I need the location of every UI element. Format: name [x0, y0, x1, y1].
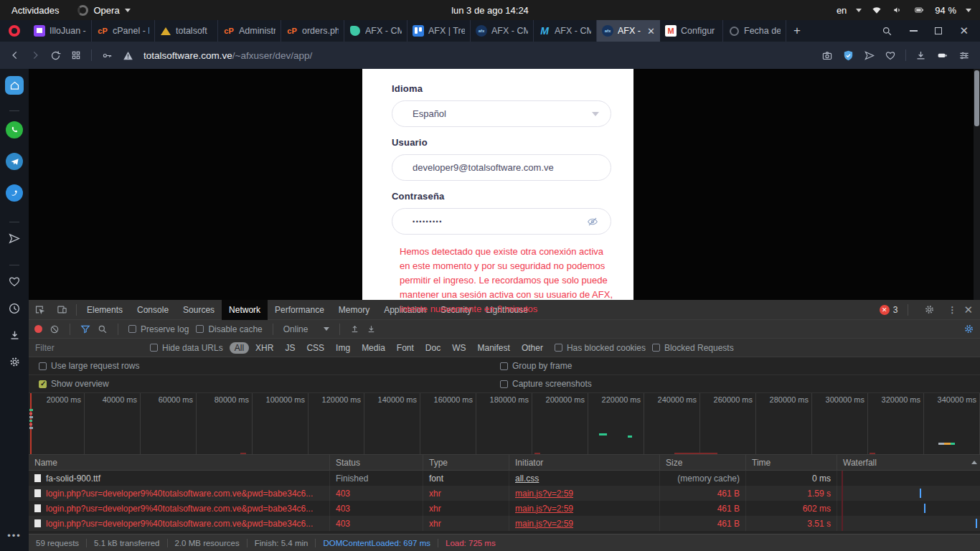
tab-afx-cm-3[interactable]: M AFX - CM [534, 20, 597, 42]
opera-logo[interactable] [0, 20, 29, 42]
inspect-element-icon[interactable] [29, 304, 51, 315]
downloads-icon[interactable] [915, 50, 926, 61]
filter-type-ws[interactable]: WS [447, 342, 471, 354]
user-input[interactable] [413, 162, 599, 173]
column-type[interactable]: Type [423, 455, 509, 470]
filter-type-doc[interactable]: Doc [420, 342, 446, 354]
adblock-shield-icon[interactable] [842, 50, 854, 62]
activities-button[interactable]: Actividades [11, 5, 59, 16]
battery-icon[interactable] [913, 5, 925, 15]
speed-dial-home-button[interactable] [5, 76, 24, 95]
column-time[interactable]: Time [746, 455, 837, 470]
devtools-menu-icon[interactable]: ⋮ [948, 305, 956, 315]
column-name[interactable]: Name [29, 455, 330, 470]
preserve-log-checkbox[interactable]: Preserve log [128, 324, 189, 334]
tab-sources[interactable]: Sources [176, 300, 222, 320]
bookmark-heart-icon[interactable] [885, 50, 896, 61]
column-status[interactable]: Status [330, 455, 423, 470]
security-warning-icon[interactable] [123, 50, 133, 61]
eye-off-icon[interactable] [586, 216, 599, 227]
minimize-window-button[interactable] [910, 30, 918, 32]
telegram-icon[interactable] [6, 153, 23, 170]
clear-button[interactable] [50, 324, 60, 334]
app-menu[interactable]: Opera [77, 5, 130, 16]
filter-type-all[interactable]: All [230, 342, 249, 354]
filter-type-media[interactable]: Media [357, 342, 390, 354]
whatsapp-icon[interactable] [6, 121, 23, 138]
sidebar-overflow-menu[interactable]: ••• [7, 530, 22, 551]
clock[interactable]: lun 3 de ago 14:24 [451, 5, 529, 16]
tab-fecha-de[interactable]: Fecha de [723, 20, 786, 42]
page-scrollbar-thumb[interactable] [974, 70, 979, 126]
import-har-icon[interactable] [350, 324, 359, 334]
wifi-icon[interactable] [871, 5, 882, 15]
has-blocked-cookies-checkbox[interactable]: Has blocked cookies [555, 343, 646, 353]
table-row[interactable]: login.php?usr=developer9%40totalsoftware… [29, 516, 980, 531]
search-icon[interactable] [98, 324, 108, 334]
tab-afx-cm-2[interactable]: afx AFX - CM [471, 20, 534, 42]
filter-type-manifest[interactable]: Manifest [473, 342, 515, 354]
close-window-button[interactable]: ✕ [959, 24, 969, 37]
key-icon[interactable] [102, 50, 113, 61]
network-settings-gear-icon[interactable] [963, 324, 974, 334]
column-size[interactable]: Size [660, 455, 746, 470]
group-by-frame-checkbox[interactable]: Group by frame [500, 361, 970, 371]
show-overview-checkbox[interactable]: Show overview [39, 379, 109, 389]
new-tab-button[interactable]: + [786, 20, 808, 42]
downloads-icon[interactable] [9, 329, 21, 342]
easy-setup-sliders-icon[interactable] [958, 50, 970, 61]
tab-network[interactable]: Network [222, 300, 268, 320]
network-overview-timeline[interactable]: 20000 ms40000 ms60000 ms80000 ms100000 m… [29, 393, 980, 455]
tab-afx-active[interactable]: afx AFX - ✕ [597, 20, 660, 42]
filter-type-css[interactable]: CSS [301, 342, 329, 354]
tab-orders[interactable]: cP orders.ph [281, 20, 344, 42]
filter-input[interactable] [34, 342, 143, 354]
use-large-request-rows-checkbox[interactable]: Use large request rows [39, 361, 139, 371]
export-har-icon[interactable] [367, 324, 376, 334]
bookmarks-heart-icon[interactable] [8, 276, 21, 288]
initiator-link[interactable]: main.js?v=2:59 [515, 489, 573, 499]
devtools-settings-gear-icon[interactable] [918, 304, 941, 315]
console-error-badge[interactable]: ✕3 [880, 305, 898, 315]
search-tabs-icon[interactable] [882, 26, 892, 37]
record-button[interactable] [34, 325, 42, 333]
back-button[interactable] [10, 50, 20, 60]
filter-type-js[interactable]: JS [280, 342, 300, 354]
filter-funnel-icon[interactable] [80, 324, 90, 334]
table-row[interactable]: login.php?usr=developer9%40totalsoftware… [29, 486, 980, 501]
maximize-window-button[interactable] [935, 27, 942, 34]
snapshot-camera-icon[interactable] [821, 50, 833, 61]
password-input[interactable]: ••••••••• [413, 218, 586, 225]
battery-saver-icon[interactable] [936, 50, 949, 60]
capture-screenshots-checkbox[interactable]: Capture screenshots [500, 379, 970, 389]
tab-elements[interactable]: Elements [80, 300, 130, 320]
filter-type-font[interactable]: Font [392, 342, 419, 354]
tab-illojuan[interactable]: IlloJuan - [29, 20, 92, 42]
twitter-icon[interactable] [6, 184, 23, 202]
tab-totalsoftware[interactable]: totalsoft [155, 20, 218, 42]
forward-button[interactable] [30, 50, 40, 60]
settings-gear-icon[interactable] [9, 356, 21, 368]
tab-administr[interactable]: cP Administr [218, 20, 281, 42]
column-initiator[interactable]: Initiator [509, 455, 660, 470]
device-toolbar-icon[interactable] [51, 304, 73, 315]
devtools-close-icon[interactable]: ✕ [963, 303, 973, 316]
initiator-link[interactable]: all.css [515, 474, 539, 484]
tab-performance[interactable]: Performance [268, 300, 331, 320]
my-flow-paper-plane-icon[interactable] [8, 232, 21, 245]
table-row[interactable]: fa-solid-900.ttf Finished font all.css (… [29, 471, 980, 486]
tab-afx-trello[interactable]: AFX | Trel [407, 20, 471, 42]
tab-memory[interactable]: Memory [331, 300, 377, 320]
initiator-link[interactable]: main.js?v=2:59 [515, 504, 573, 514]
column-waterfall[interactable]: Waterfall [837, 455, 980, 470]
reload-button[interactable] [50, 50, 61, 61]
table-row[interactable]: login.php?usr=developer9%40totalsoftware… [29, 501, 980, 516]
tab-afx-cm-1[interactable]: AFX - CM [344, 20, 407, 42]
speed-dial-grid-icon[interactable] [71, 50, 81, 60]
filter-type-img[interactable]: Img [331, 342, 355, 354]
tab-console[interactable]: Console [130, 300, 176, 320]
url-field[interactable]: totalsoftware.com.ve/~afxuser/dev/app/ [143, 50, 811, 61]
keyboard-layout-indicator[interactable]: en [837, 5, 847, 16]
close-tab-icon[interactable]: ✕ [646, 26, 655, 37]
throttling-dropdown[interactable]: Online [283, 324, 330, 334]
